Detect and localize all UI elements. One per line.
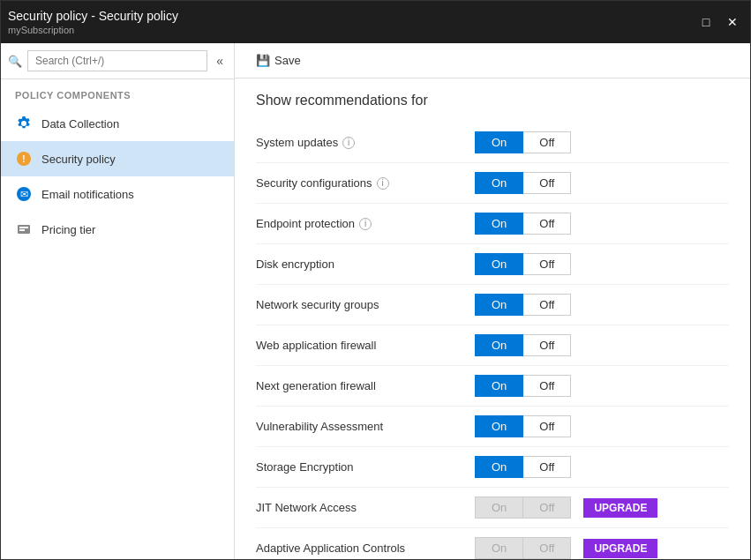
- toggle-off-button[interactable]: Off: [523, 253, 571, 275]
- gear-icon: [15, 115, 33, 132]
- recommendations-list: System updatesiOnOffSecurity configurati…: [256, 123, 729, 559]
- search-icon: 🔍: [8, 55, 22, 68]
- table-row: Next generation firewallOnOff: [256, 366, 729, 407]
- save-button[interactable]: 💾 Save: [249, 50, 308, 71]
- info-icon: i: [359, 218, 372, 230]
- table-row: Disk encryptionOnOff: [256, 244, 729, 285]
- toggle-off-button[interactable]: Off: [523, 294, 571, 316]
- toggle-group: OnOff: [475, 334, 571, 356]
- toggle-label: Endpoint protectioni: [256, 217, 468, 230]
- table-row: Network security groupsOnOff: [256, 285, 729, 325]
- minimize-button[interactable]: □: [695, 11, 717, 33]
- window-title: Security policy - Security policy: [8, 9, 178, 23]
- title-bar: Security policy - Security policy mySubs…: [1, 1, 750, 43]
- sidebar-item-security-policy-label: Security policy: [41, 153, 116, 166]
- table-row: Endpoint protectioniOnOff: [256, 204, 729, 244]
- toggle-label: JIT Network Access: [256, 501, 468, 514]
- table-row: Adaptive Application ControlsOnOffUPGRAD…: [256, 528, 729, 559]
- toggle-off-button: Off: [523, 537, 571, 559]
- pricing-icon: [15, 220, 33, 238]
- search-bar: 🔍 «: [1, 43, 234, 79]
- toggle-on-button[interactable]: On: [475, 294, 523, 316]
- table-row: Storage EncryptionOnOff: [256, 447, 729, 488]
- toggle-on-button[interactable]: On: [475, 131, 523, 153]
- toggle-on-button[interactable]: On: [475, 172, 523, 194]
- toggle-off-button[interactable]: Off: [523, 456, 571, 478]
- info-icon: i: [377, 177, 389, 190]
- toggle-on-button[interactable]: On: [475, 253, 523, 275]
- sidebar-item-data-collection[interactable]: Data Collection: [1, 106, 234, 141]
- email-icon: ✉: [15, 185, 33, 203]
- main-window: Security policy - Security policy mySubs…: [0, 0, 751, 560]
- sidebar-item-data-collection-label: Data Collection: [41, 117, 119, 131]
- sidebar-item-email-notifications[interactable]: ✉ Email notifications: [1, 176, 234, 212]
- toggle-on-button[interactable]: On: [475, 375, 523, 397]
- toggle-off-button[interactable]: Off: [523, 334, 571, 356]
- toggle-group: OnOff: [475, 415, 571, 437]
- sidebar-item-security-policy[interactable]: ! Security policy: [1, 141, 234, 176]
- toggle-label: Storage Encryption: [256, 460, 468, 474]
- policy-components-label: POLICY COMPONENTS: [1, 79, 234, 106]
- title-bar-left: Security policy - Security policy mySubs…: [8, 9, 178, 35]
- toggle-off-button: Off: [523, 497, 571, 519]
- window-subtitle: mySubscription: [8, 25, 178, 35]
- toggle-label: Network security groups: [256, 298, 468, 311]
- content-area: 💾 Save Show recommendations for System u…: [235, 43, 750, 559]
- toggle-label: Web application firewall: [256, 339, 468, 352]
- shield-icon: !: [15, 150, 33, 168]
- svg-text:!: !: [22, 154, 25, 164]
- svg-rect-5: [19, 227, 28, 228]
- toggle-group: OnOff: [475, 375, 571, 397]
- toggle-on-button: On: [475, 537, 523, 559]
- content-body: Show recommendations for System updatesi…: [235, 78, 750, 559]
- toggle-group: OnOff: [475, 497, 571, 519]
- toggle-on-button[interactable]: On: [475, 334, 523, 356]
- sidebar-item-pricing-tier[interactable]: Pricing tier: [1, 212, 234, 247]
- save-icon: 💾: [256, 54, 270, 67]
- upgrade-button[interactable]: UPGRADE: [583, 498, 657, 518]
- table-row: JIT Network AccessOnOffUPGRADE: [256, 488, 729, 528]
- svg-text:✉: ✉: [20, 189, 28, 199]
- toggle-group: OnOff: [475, 294, 571, 316]
- title-bar-controls: □ ✕: [695, 11, 743, 33]
- toggle-label: System updatesi: [256, 136, 468, 149]
- toggle-group: OnOff: [475, 213, 571, 235]
- search-input[interactable]: [27, 50, 207, 71]
- toggle-label: Adaptive Application Controls: [256, 541, 468, 555]
- sidebar: 🔍 « POLICY COMPONENTS Data Collection: [1, 43, 235, 559]
- toggle-on-button[interactable]: On: [475, 456, 523, 478]
- close-button[interactable]: ✕: [722, 11, 743, 33]
- toggle-group: OnOff: [475, 537, 571, 559]
- toggle-group: OnOff: [475, 253, 571, 275]
- toggle-on-button[interactable]: On: [475, 415, 523, 437]
- toggle-group: OnOff: [475, 456, 571, 478]
- toggle-off-button[interactable]: Off: [523, 172, 571, 194]
- toggle-label: Vulnerability Assessment: [256, 420, 468, 433]
- toggle-off-button[interactable]: Off: [523, 131, 571, 153]
- table-row: Security configurationsiOnOff: [256, 163, 729, 204]
- svg-rect-6: [19, 229, 25, 231]
- table-row: Vulnerability AssessmentOnOff: [256, 407, 729, 447]
- toggle-label: Next generation firewall: [256, 379, 468, 392]
- toggle-off-button[interactable]: Off: [523, 375, 571, 397]
- toggle-off-button[interactable]: Off: [523, 213, 571, 235]
- toggle-off-button[interactable]: Off: [523, 415, 571, 437]
- toggle-group: OnOff: [475, 172, 571, 194]
- table-row: Web application firewallOnOff: [256, 325, 729, 366]
- toggle-on-button[interactable]: On: [475, 213, 523, 235]
- section-title: Show recommendations for: [256, 93, 729, 108]
- upgrade-button[interactable]: UPGRADE: [583, 539, 657, 558]
- toggle-group: OnOff: [475, 131, 571, 153]
- save-label: Save: [274, 54, 301, 67]
- toggle-label: Disk encryption: [256, 258, 468, 271]
- main-area: 🔍 « POLICY COMPONENTS Data Collection: [1, 43, 750, 559]
- toggle-on-button: On: [475, 497, 523, 519]
- sidebar-item-email-notifications-label: Email notifications: [41, 188, 134, 201]
- toggle-label: Security configurationsi: [256, 176, 468, 190]
- info-icon: i: [342, 137, 355, 149]
- table-row: System updatesiOnOff: [256, 123, 729, 163]
- sidebar-item-pricing-tier-label: Pricing tier: [41, 223, 95, 236]
- collapse-button[interactable]: «: [213, 52, 227, 70]
- toolbar: 💾 Save: [235, 43, 750, 78]
